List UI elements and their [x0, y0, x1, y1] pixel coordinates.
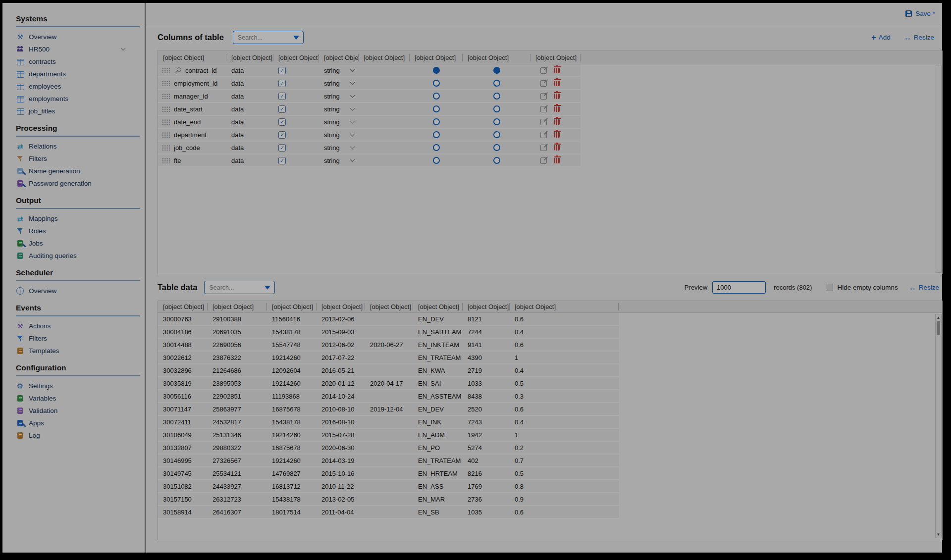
key-radio[interactable]: [433, 105, 440, 112]
column-row[interactable]: manager_id data string: [158, 90, 581, 103]
data-row[interactable]: 30149745 25534121 14769827 2015-10-16 EN…: [158, 467, 619, 480]
sidebar-item[interactable]: Password generation: [16, 177, 140, 190]
sidebar-item[interactable]: Roles: [16, 225, 140, 237]
data-row[interactable]: 30151082 24433927 16813712 2010-11-22 EN…: [158, 480, 619, 493]
sidebar-item[interactable]: Apps: [16, 417, 140, 429]
trash-icon[interactable]: [554, 158, 560, 163]
include-checkbox[interactable]: [278, 93, 286, 100]
table-data-resize-button[interactable]: ↔ Resize: [909, 284, 939, 291]
column-row[interactable]: department data string: [158, 129, 581, 142]
hide-empty-columns-checkbox[interactable]: [826, 284, 833, 291]
column-row[interactable]: employment_id data string: [158, 77, 581, 90]
edit-icon[interactable]: [540, 80, 547, 87]
columns-resize-button[interactable]: ↔ Resize: [904, 34, 934, 41]
edit-icon[interactable]: [540, 145, 547, 151]
columns-search-combobox[interactable]: Search...: [233, 31, 304, 44]
type-dropdown-chevron-icon[interactable]: [350, 80, 355, 85]
key-radio[interactable]: [433, 80, 440, 87]
display-name-radio[interactable]: [493, 157, 500, 164]
scrollbar-thumb[interactable]: [937, 321, 940, 335]
trash-icon[interactable]: [554, 81, 560, 86]
sidebar-item[interactable]: employments: [16, 93, 140, 105]
sidebar-item[interactable]: contracts: [16, 55, 140, 68]
drag-handle-icon[interactable]: [161, 119, 170, 125]
trash-icon[interactable]: [554, 106, 560, 112]
data-row[interactable]: 30004186 20691035 15438178 2015-09-03 EN…: [158, 326, 619, 339]
chevron-down-icon[interactable]: [121, 46, 126, 51]
sidebar-item[interactable]: Overview: [16, 31, 140, 43]
data-row[interactable]: 30071147 25863977 16875678 2010-08-10 20…: [158, 403, 619, 416]
trash-icon[interactable]: [554, 145, 560, 151]
include-checkbox[interactable]: [278, 67, 286, 74]
include-checkbox[interactable]: [278, 118, 286, 126]
sidebar-item[interactable]: Settings: [16, 380, 140, 392]
drag-handle-icon[interactable]: [161, 106, 170, 112]
data-row[interactable]: 30056116 22902851 11193868 2014-10-24 EN…: [158, 390, 619, 403]
data-row[interactable]: 30032896 21264686 12092604 2016-05-21 EN…: [158, 364, 619, 377]
sidebar-item[interactable]: Auditing queries: [16, 250, 140, 262]
drag-handle-icon[interactable]: [161, 132, 170, 138]
include-checkbox[interactable]: [278, 157, 286, 164]
trash-icon[interactable]: [554, 132, 560, 138]
include-checkbox[interactable]: [278, 105, 286, 113]
include-checkbox[interactable]: [278, 131, 286, 139]
data-row[interactable]: 30022612 23876322 19214260 2017-07-22 EN…: [158, 352, 619, 364]
sidebar-item[interactable]: departments: [16, 68, 140, 80]
type-dropdown-chevron-icon[interactable]: [350, 67, 355, 72]
include-checkbox[interactable]: [278, 80, 286, 87]
type-dropdown-chevron-icon[interactable]: [350, 119, 355, 124]
add-button[interactable]: + Add: [871, 34, 890, 42]
sidebar-item[interactable]: Name generation: [16, 165, 140, 177]
column-row[interactable]: fte data string: [158, 154, 581, 167]
table-data-search-combobox[interactable]: Search...: [204, 281, 275, 294]
trash-icon[interactable]: [554, 68, 560, 73]
scroll-down-arrow[interactable]: ▼: [936, 531, 941, 538]
sidebar-item[interactable]: Relations: [16, 140, 140, 153]
drag-handle-icon[interactable]: [161, 93, 170, 99]
save-button[interactable]: Save *: [905, 10, 935, 17]
sidebar-item[interactable]: Log: [16, 429, 140, 442]
edit-icon[interactable]: [540, 67, 547, 74]
display-name-radio[interactable]: [493, 144, 500, 151]
display-name-radio[interactable]: [493, 118, 500, 125]
data-row[interactable]: 30132807 29880322 16875678 2020-06-30 EN…: [158, 442, 619, 455]
sidebar-item[interactable]: employees: [16, 80, 140, 93]
drag-handle-icon[interactable]: [161, 67, 170, 73]
sidebar-item[interactable]: Templates: [16, 345, 140, 357]
sidebar-item[interactable]: Mappings: [16, 212, 140, 225]
edit-icon[interactable]: [540, 93, 547, 100]
column-row[interactable]: date_end data string: [158, 116, 581, 129]
edit-icon[interactable]: [540, 106, 547, 112]
edit-icon[interactable]: [540, 119, 547, 125]
data-row[interactable]: 30035819 23895053 19214260 2020-01-12 20…: [158, 377, 619, 390]
data-row[interactable]: 30014488 22690056 15547748 2012-06-02 20…: [158, 339, 619, 352]
type-dropdown-chevron-icon[interactable]: [350, 157, 355, 162]
type-dropdown-chevron-icon[interactable]: [350, 106, 355, 111]
sidebar-item[interactable]: Validation: [16, 405, 140, 417]
data-row[interactable]: 30106049 25131346 19214260 2015-07-28 EN…: [158, 429, 619, 442]
display-name-radio[interactable]: [493, 93, 500, 100]
sidebar-item[interactable]: Filters: [16, 332, 140, 345]
column-row[interactable]: job_code data string: [158, 142, 581, 154]
sidebar-item[interactable]: Filters: [16, 153, 140, 165]
sidebar-item[interactable]: Actions: [16, 320, 140, 332]
data-row[interactable]: 30146995 27326567 19214260 2014-03-19 EN…: [158, 455, 619, 467]
columns-scrollbar-track[interactable]: [936, 65, 942, 273]
data-row[interactable]: 30072411 24532817 15438178 2016-08-10 EN…: [158, 416, 619, 429]
type-dropdown-chevron-icon[interactable]: [350, 93, 355, 98]
key-radio[interactable]: [433, 131, 440, 138]
display-name-radio[interactable]: [493, 67, 500, 74]
key-radio[interactable]: [433, 93, 440, 100]
display-name-radio[interactable]: [493, 105, 500, 112]
data-row[interactable]: 30157150 26312723 15438178 2013-02-05 EN…: [158, 493, 619, 506]
scroll-up-arrow[interactable]: ▲: [936, 314, 941, 321]
drag-handle-icon[interactable]: [161, 157, 170, 163]
key-radio[interactable]: [433, 157, 440, 164]
display-name-radio[interactable]: [493, 131, 500, 138]
sidebar-item[interactable]: Overview: [16, 285, 140, 297]
edit-icon[interactable]: [540, 157, 547, 164]
edit-icon[interactable]: [540, 132, 547, 138]
display-name-radio[interactable]: [493, 80, 500, 87]
type-dropdown-chevron-icon[interactable]: [350, 132, 355, 137]
preview-count-input[interactable]: [712, 281, 766, 294]
